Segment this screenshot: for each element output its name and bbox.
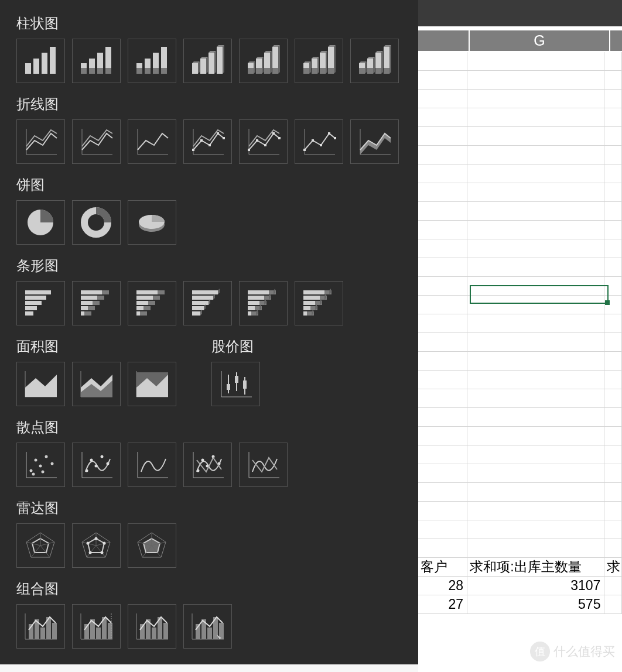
cell[interactable] [418, 239, 467, 258]
table-row[interactable] [418, 520, 622, 539]
cell[interactable] [418, 408, 467, 427]
cell[interactable] [418, 164, 467, 183]
table-row[interactable] [418, 71, 622, 90]
cell[interactable] [467, 277, 604, 296]
cell[interactable] [467, 464, 604, 483]
table-row[interactable] [418, 127, 622, 146]
cell[interactable] [467, 127, 604, 146]
stock-icon[interactable] [211, 362, 260, 406]
cell[interactable] [467, 52, 604, 71]
cell[interactable] [418, 71, 467, 90]
cell[interactable] [604, 164, 622, 183]
cell[interactable]: 3107 [467, 577, 604, 595]
cell[interactable] [467, 164, 604, 183]
column-header-h[interactable] [610, 30, 622, 51]
cell[interactable] [418, 108, 467, 127]
cell[interactable] [467, 371, 604, 389]
cell-grid[interactable]: 客户求和项:出库主数量求28310727575 [418, 52, 622, 672]
table-row[interactable] [418, 539, 622, 558]
table-row[interactable] [418, 202, 622, 221]
bar-3d-100stacked-icon[interactable] [295, 281, 343, 325]
table-row[interactable] [418, 239, 622, 258]
table-row[interactable] [418, 221, 622, 239]
line-3d-icon[interactable] [350, 119, 399, 164]
cell[interactable] [467, 389, 604, 408]
radar-icon[interactable] [16, 523, 65, 568]
cell[interactable] [467, 408, 604, 427]
pie-3d-icon[interactable] [128, 200, 176, 245]
cell[interactable] [604, 183, 622, 202]
cell[interactable] [467, 183, 604, 202]
cell[interactable] [604, 352, 622, 371]
cell[interactable] [467, 520, 604, 539]
cell[interactable] [418, 539, 467, 558]
cell[interactable] [418, 427, 467, 445]
cell[interactable] [604, 445, 622, 464]
cell[interactable] [418, 258, 467, 277]
bar-3d-stacked-icon[interactable] [239, 281, 288, 325]
cell[interactable] [467, 427, 604, 445]
bar-stacked-icon[interactable] [72, 281, 121, 325]
table-row[interactable] [418, 371, 622, 389]
table-row[interactable] [418, 389, 622, 408]
table-row[interactable] [418, 183, 622, 202]
cell[interactable] [604, 127, 622, 146]
cell[interactable] [604, 314, 622, 333]
cell[interactable] [418, 146, 467, 164]
cell[interactable] [604, 408, 622, 427]
cell[interactable]: 求和项:出库主数量 [467, 558, 604, 577]
cell[interactable] [467, 239, 604, 258]
pie-icon[interactable] [16, 200, 65, 245]
cell[interactable] [418, 314, 467, 333]
table-row[interactable] [418, 483, 622, 502]
cell[interactable] [604, 90, 622, 108]
cell[interactable] [467, 539, 604, 558]
cell[interactable] [418, 389, 467, 408]
bar-100stacked-icon[interactable] [128, 281, 176, 325]
table-row[interactable] [418, 164, 622, 183]
cell[interactable] [467, 352, 604, 371]
table-row[interactable] [418, 352, 622, 371]
cell[interactable] [418, 221, 467, 239]
cell[interactable] [467, 146, 604, 164]
bar-clustered-icon[interactable] [16, 281, 65, 325]
cell[interactable] [418, 90, 467, 108]
scatter-lines-icon[interactable] [239, 443, 288, 487]
line-100stacked-icon[interactable] [128, 119, 176, 164]
cell[interactable] [604, 296, 622, 314]
table-row[interactable] [418, 314, 622, 333]
cell[interactable]: 28 [418, 577, 467, 595]
table-row[interactable] [418, 296, 622, 314]
table-row[interactable] [418, 333, 622, 352]
cell[interactable] [467, 333, 604, 352]
line-stacked-icon[interactable] [72, 119, 121, 164]
cell[interactable] [418, 520, 467, 539]
cell[interactable] [604, 52, 622, 71]
cell[interactable] [604, 258, 622, 277]
cell[interactable] [604, 483, 622, 502]
table-row[interactable] [418, 108, 622, 127]
cell[interactable] [418, 333, 467, 352]
cell[interactable] [467, 502, 604, 520]
column-3d-stacked-icon[interactable] [239, 39, 288, 83]
cell[interactable] [418, 183, 467, 202]
column-3d-icon[interactable] [350, 39, 399, 83]
combo-column-line-secondary-icon[interactable] [72, 604, 121, 649]
table-row[interactable] [418, 52, 622, 71]
cell[interactable] [604, 520, 622, 539]
bar-3d-clustered-icon[interactable] [183, 281, 232, 325]
cell[interactable] [604, 202, 622, 221]
cell[interactable] [418, 352, 467, 371]
cell[interactable] [604, 108, 622, 127]
cell[interactable] [467, 445, 604, 464]
column-100stacked-icon[interactable] [128, 39, 176, 83]
table-row[interactable] [418, 464, 622, 483]
column-3d-clustered-icon[interactable] [183, 39, 232, 83]
cell[interactable] [418, 127, 467, 146]
cell[interactable] [604, 371, 622, 389]
scatter-lines-markers-icon[interactable] [183, 443, 232, 487]
cell[interactable] [418, 52, 467, 71]
cell[interactable] [418, 202, 467, 221]
combo-column-line-icon[interactable] [16, 604, 65, 649]
cell[interactable] [467, 108, 604, 127]
